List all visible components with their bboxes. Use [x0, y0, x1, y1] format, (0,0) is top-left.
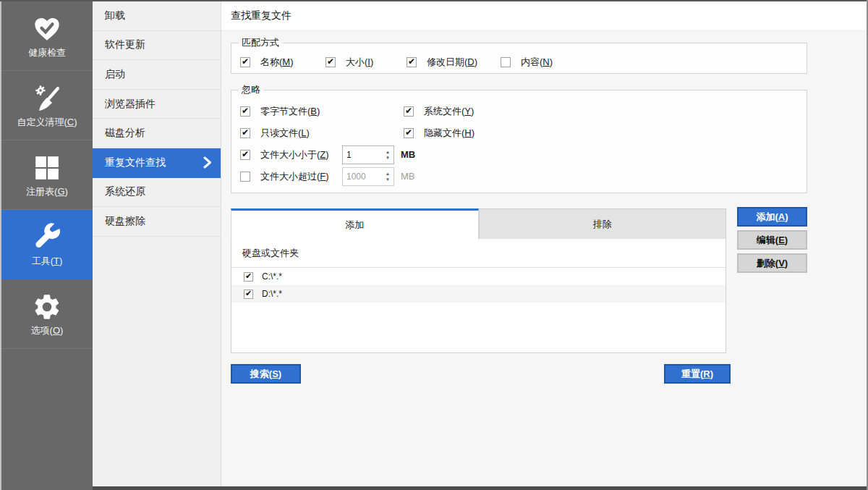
spin-up-icon[interactable]: ▲: [386, 171, 390, 177]
table-row[interactable]: ✔ C:\*.*: [231, 268, 726, 285]
folders-table: 硬盘或文件夹 ✔ C:\*.* ✔ D:\*.*: [231, 239, 726, 353]
sidebar-item-label: 健康检查: [28, 46, 66, 59]
size-over-unit: MB: [401, 171, 415, 182]
heart-check-icon: [33, 13, 61, 45]
ignore-readonly-label: 只读文件(L): [260, 127, 310, 140]
ignore-zero-byte-label: 零字节文件(B): [260, 105, 320, 118]
sidebar-item-options[interactable]: 选项(O): [1, 279, 93, 349]
folder-actions: 添加(A) 编辑(E) 删除(V): [737, 207, 807, 276]
size-under-unit: MB: [401, 149, 415, 160]
folders-panel: 添加 排除 硬盘或文件夹 ✔ C:\*.* ✔ D:\*.*: [231, 208, 726, 353]
row-path: C:\*.*: [262, 271, 282, 282]
row-checkbox[interactable]: ✔: [244, 290, 253, 299]
reset-button[interactable]: 重置(R): [664, 364, 731, 384]
sidebar-item-tools[interactable]: 工具(T): [1, 210, 93, 279]
tools-item-disk-analyzer[interactable]: 磁盘分析: [93, 119, 221, 148]
match-content-option: ✔ 内容(N): [501, 56, 553, 69]
tab-exclude[interactable]: 排除: [479, 208, 727, 239]
primary-sidebar: 健康检查 自定义清理(C): [0, 1, 93, 490]
folders-tabs: 添加 排除: [231, 208, 726, 239]
match-content-label: 内容(N): [521, 56, 553, 69]
ignore-group: 忽略 ✔ 零字节文件(B) ✔ 只读文件(L) ✔ 系统文件(Y) ✔: [231, 83, 807, 193]
ignore-zero-byte-option: ✔ 零字节文件(B): [240, 101, 404, 122]
match-criteria-legend: 匹配方式: [239, 36, 282, 49]
tab-include[interactable]: 添加: [231, 208, 479, 239]
edit-button[interactable]: 编辑(E): [737, 230, 807, 250]
match-name-checkbox[interactable]: ✔: [240, 57, 250, 67]
match-size-checkbox[interactable]: ✔: [326, 57, 336, 67]
sidebar-item-label: 工具(T): [32, 255, 63, 268]
tools-item-system-restore[interactable]: 系统还原: [93, 178, 221, 208]
sidebar-item-label: 注册表(G): [26, 185, 68, 198]
tools-item-drive-wiper[interactable]: 硬盘擦除: [93, 207, 221, 237]
ignore-zero-byte-checkbox[interactable]: ✔: [240, 106, 250, 117]
check-icon: ✔: [245, 290, 252, 297]
size-over-spinner[interactable]: 1000 ▲ ▼: [342, 167, 394, 186]
match-name-option: ✔ 名称(M): [240, 56, 326, 69]
match-name-label: 名称(M): [260, 56, 294, 69]
match-size-option: ✔ 大小(I): [326, 56, 407, 69]
ignore-size-under-checkbox[interactable]: ✔: [240, 150, 250, 160]
add-button[interactable]: 添加(A): [737, 207, 807, 227]
check-icon: ✔: [405, 128, 412, 137]
tools-item-uninstall[interactable]: 卸载: [93, 1, 221, 31]
ignore-size-over-checkbox[interactable]: ✔: [240, 172, 250, 182]
tools-item-duplicate-finder[interactable]: 重复文件查找: [93, 148, 221, 178]
ignore-readonly-checkbox[interactable]: ✔: [240, 128, 250, 138]
ignore-size-under-option: ✔ 文件大小小于(Z) 1 ▲ ▼ MB: [240, 144, 807, 165]
match-date-option: ✔ 修改日期(D): [407, 56, 501, 69]
check-icon: ✔: [242, 150, 249, 159]
ignore-hidden-files-label: 隐藏文件(H): [424, 127, 475, 140]
folders-column-header: 硬盘或文件夹: [231, 239, 726, 268]
broom-gear-icon: [32, 83, 62, 114]
registry-grid-icon: [33, 152, 61, 184]
ignore-size-over-option: ✔ 文件大小超过(F) 1000 ▲ ▼ MB: [240, 166, 807, 187]
check-icon: ✔: [242, 106, 249, 115]
sidebar-item-label: 自定义清理(C): [17, 116, 77, 129]
ignore-system-files-option: ✔ 系统文件(Y): [404, 101, 807, 122]
ignore-hidden-files-checkbox[interactable]: ✔: [404, 128, 414, 138]
size-under-spinner[interactable]: 1 ▲ ▼: [342, 145, 394, 164]
match-date-checkbox[interactable]: ✔: [407, 57, 417, 67]
table-row[interactable]: ✔ D:\*.*: [231, 285, 726, 303]
ignore-size-over-label: 文件大小超过(F): [260, 170, 342, 183]
check-icon: ✔: [327, 57, 334, 66]
check-icon: ✔: [408, 57, 415, 66]
ignore-legend: 忽略: [239, 83, 263, 96]
match-size-label: 大小(I): [346, 56, 373, 69]
match-content-checkbox[interactable]: ✔: [501, 57, 511, 67]
check-icon: ✔: [242, 128, 249, 137]
tools-item-browser-plugins[interactable]: 浏览器插件: [93, 90, 221, 119]
ignore-size-under-label: 文件大小小于(Z): [260, 148, 342, 161]
size-under-value[interactable]: 1: [343, 146, 382, 164]
delete-button[interactable]: 删除(V): [737, 253, 807, 273]
check-icon: ✔: [405, 106, 412, 115]
tools-item-startup[interactable]: 启动: [93, 60, 221, 90]
check-icon: ✔: [245, 272, 252, 280]
spin-down-icon[interactable]: ▼: [386, 177, 390, 182]
sidebar-item-health-check[interactable]: 健康检查: [1, 1, 93, 71]
row-path: D:\*.*: [262, 289, 282, 299]
spin-down-icon[interactable]: ▼: [386, 155, 390, 161]
main-panel: 查找重复文件 匹配方式 ✔ 名称(M) ✔ 大小(I) ✔ 修改日期(D) ✔ …: [221, 1, 867, 486]
row-checkbox[interactable]: ✔: [244, 272, 253, 282]
window-bottom-border: [93, 486, 868, 490]
ignore-readonly-option: ✔ 只读文件(L): [240, 122, 404, 143]
window-top-border: [0, 0, 868, 1]
page-title: 查找重复文件: [231, 9, 292, 22]
size-over-value[interactable]: 1000: [343, 168, 382, 185]
ignore-system-files-checkbox[interactable]: ✔: [404, 106, 414, 117]
wrench-icon: [32, 221, 62, 253]
sidebar-item-label: 选项(O): [31, 324, 64, 337]
tools-sidebar: 卸载 软件更新 启动 浏览器插件 磁盘分析 重复文件查找 系统还原 硬盘擦除: [93, 1, 221, 486]
spin-up-icon[interactable]: ▲: [386, 149, 390, 155]
match-criteria-group: 匹配方式 ✔ 名称(M) ✔ 大小(I) ✔ 修改日期(D) ✔ 内容(N): [231, 36, 807, 74]
search-button[interactable]: 搜索(S): [231, 364, 301, 384]
ignore-hidden-files-option: ✔ 隐藏文件(H): [404, 122, 807, 143]
page-header: 查找重复文件: [221, 1, 867, 31]
check-icon: ✔: [242, 57, 249, 66]
sidebar-item-registry[interactable]: 注册表(G): [1, 140, 93, 210]
match-date-label: 修改日期(D): [427, 56, 477, 69]
tools-item-software-updater[interactable]: 软件更新: [93, 31, 221, 61]
sidebar-item-custom-clean[interactable]: 自定义清理(C): [1, 71, 93, 140]
